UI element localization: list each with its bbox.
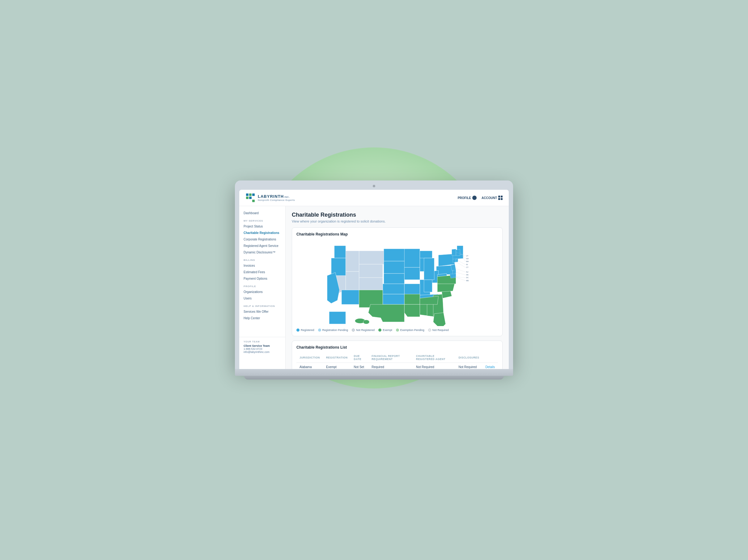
sidebar-item-users[interactable]: Users (239, 295, 285, 302)
logo-text: LABYRINTHINC. Nonprofit Compliance Exper… (258, 194, 295, 202)
legend-dot-registration-pending (318, 328, 321, 332)
svg-line-71 (454, 261, 466, 267)
svg-marker-47 (450, 274, 456, 278)
svg-marker-39 (420, 303, 428, 316)
legend-dot-not-required (428, 328, 431, 332)
sidebar-label-billing: BILLING (239, 256, 285, 262)
col-jurisdiction: JURISDICTION (297, 353, 323, 363)
registrations-table: JURISDICTION REGISTRATION DUE DATE FINAN… (297, 353, 498, 369)
svg-marker-17 (384, 261, 405, 274)
top-nav: LABYRINTHINC. Nonprofit Compliance Exper… (239, 190, 509, 206)
svg-rect-2 (246, 196, 249, 199)
svg-marker-29 (437, 265, 453, 275)
col-actions (482, 353, 498, 363)
legend-dot-exemption-pending (396, 328, 399, 332)
svg-marker-54 (452, 249, 456, 256)
svg-text:MD: MD (466, 280, 469, 282)
svg-marker-38 (404, 304, 420, 317)
sidebar-label-my-services: MY SERVICES (239, 216, 285, 223)
svg-text:MA: MA (466, 260, 469, 262)
app-shell: LABYRINTHINC. Nonprofit Compliance Exper… (239, 190, 509, 369)
sidebar-team-phone: 1-888-532-0723 (243, 347, 281, 350)
sidebar-team-label: YOUR TEAM (243, 340, 281, 343)
legend-dot-exempt (378, 328, 381, 332)
svg-marker-18 (384, 274, 404, 284)
sidebar-item-dashboard[interactable]: Dashboard (239, 210, 285, 216)
sidebar: Dashboard MY SERVICES Project Status Cha… (239, 206, 286, 369)
legend-not-required: Not Required (428, 328, 449, 332)
svg-marker-46 (433, 313, 446, 326)
svg-marker-16 (384, 249, 405, 261)
cell-details[interactable]: Details (482, 363, 498, 369)
svg-text:RI: RI (466, 264, 468, 265)
svg-marker-6 (359, 251, 384, 264)
laptop-base (235, 369, 513, 376)
profile-button[interactable]: PROFILE (458, 196, 476, 200)
sidebar-item-charitable-registrations[interactable]: Charitable Registrations (239, 230, 285, 236)
sidebar-item-help-center[interactable]: Help Center (239, 315, 285, 321)
svg-marker-13 (331, 258, 346, 276)
legend-dot-not-registered (352, 328, 355, 332)
sidebar-item-dynamic-disclosures[interactable]: Dynamic Disclosures™ (239, 249, 285, 256)
sidebar-item-registered-agent[interactable]: Registered Agent Service (239, 242, 285, 249)
svg-marker-7 (359, 264, 383, 278)
svg-rect-4 (252, 193, 255, 196)
svg-text:CT: CT (466, 266, 469, 268)
col-registration: REGISTRATION (323, 353, 351, 363)
col-disclosures: DISCLOSURES (455, 353, 482, 363)
logo-area: LABYRINTHINC. Nonprofit Compliance Exper… (246, 193, 295, 203)
table-header: JURISDICTION REGISTRATION DUE DATE FINAN… (297, 353, 498, 363)
main-content: Charitable Registrations View where your… (286, 206, 509, 369)
cell-jurisdiction: Alabama (297, 363, 323, 369)
sidebar-item-estimated-fees[interactable]: Estimated Fees (239, 269, 285, 275)
registrations-list-card: Charitable Registrations List JURISDICTI… (292, 341, 502, 369)
legend-dot-registered (297, 328, 300, 332)
table-row: Alabama Exempt Not Set Required Not Requ… (297, 363, 498, 369)
sidebar-item-project-status[interactable]: Project Status (239, 223, 285, 230)
svg-marker-11 (346, 251, 359, 272)
svg-text:NH: NH (466, 258, 469, 260)
svg-marker-36 (369, 304, 404, 322)
legend-exempt: Exempt (378, 328, 392, 332)
svg-marker-8 (359, 278, 383, 290)
svg-marker-12 (334, 246, 346, 258)
sidebar-item-organizations[interactable]: Organizations (239, 289, 285, 295)
svg-marker-28 (438, 254, 455, 266)
logo-title: LABYRINTHINC. (258, 194, 295, 199)
sidebar-item-payment-options[interactable]: Payment Options (239, 275, 285, 282)
profile-icon (472, 196, 476, 200)
svg-marker-31 (424, 280, 433, 292)
svg-text:VT: VT (466, 255, 469, 257)
cell-charitable-agent: Not Required (413, 363, 455, 369)
legend-not-registered: Not Registered (352, 328, 375, 332)
sidebar-item-services[interactable]: Services We Offer (239, 308, 285, 315)
laptop-foot (244, 376, 504, 379)
sidebar-item-invoices[interactable]: Invoices (239, 262, 285, 269)
legend-registration-pending: Registration Pending (318, 328, 348, 332)
sidebar-item-corporate-registrations[interactable]: Corporate Registrations (239, 236, 285, 242)
laptop-screen: LABYRINTHINC. Nonprofit Compliance Exper… (239, 190, 509, 369)
svg-line-74 (455, 277, 466, 278)
account-button[interactable]: ACCOUNT (482, 196, 502, 200)
registrations-list-title: Charitable Registrations List (297, 345, 498, 350)
map-legend: Registered Registration Pending Not Regi… (297, 328, 498, 332)
page-subtitle: View where your organization is register… (292, 219, 502, 223)
sidebar-team-name: Client Service Team (243, 344, 281, 347)
svg-text:NJ: NJ (466, 271, 468, 273)
map-card-title: Charitable Registrations Map (297, 232, 498, 236)
map-container: VT NH MA RI CT NJ DE DC MD (297, 239, 498, 326)
svg-marker-51 (456, 258, 458, 262)
col-charitable-agent: CHARITABLE REGISTERED AGENT (413, 353, 455, 363)
legend-registered: Registered (297, 328, 314, 332)
svg-line-70 (457, 260, 466, 265)
svg-rect-3 (249, 196, 252, 199)
col-financial-report: FINANCIAL REPORT REQUIREMENT (369, 353, 413, 363)
legend-exemption-pending: Exemption Pending (396, 328, 424, 332)
nav-actions: PROFILE ACCOUNT (458, 196, 502, 200)
map-card: Charitable Registrations Map (292, 228, 502, 336)
table-body: Alabama Exempt Not Set Required Not Requ… (297, 363, 498, 369)
svg-text:DC: DC (466, 277, 469, 278)
logo-subtitle: Nonprofit Compliance Experts (258, 199, 295, 202)
cell-due-date: Not Set (351, 363, 369, 369)
svg-marker-20 (404, 267, 420, 280)
